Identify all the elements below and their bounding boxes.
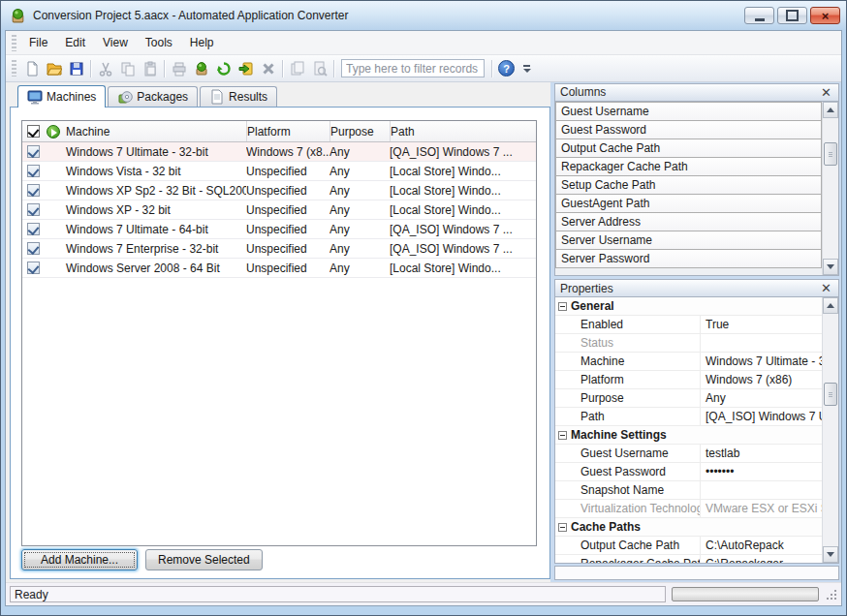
property-group-machine-settings[interactable]: Machine Settings — [555, 426, 822, 445]
property-value[interactable]: testlab — [701, 445, 822, 462]
remove-selected-button[interactable]: Remove Selected — [145, 549, 263, 570]
stop-button[interactable] — [257, 58, 279, 79]
row-checkbox[interactable] — [27, 145, 40, 158]
column-header-purpose[interactable]: Purpose — [329, 121, 390, 141]
titlebar[interactable]: Conversion Project 5.aacx - Automated Ap… — [1, 1, 846, 30]
close-button[interactable]: × — [810, 7, 840, 24]
preview-button[interactable] — [308, 58, 330, 79]
menu-edit[interactable]: Edit — [56, 32, 94, 53]
property-value[interactable]: True — [701, 316, 822, 333]
machines-table-header[interactable]: Machine Platform Purpose Path — [22, 121, 536, 142]
scroll-up-button[interactable] — [823, 102, 838, 118]
property-row[interactable]: Guest Password ••••••• — [555, 463, 822, 481]
property-row[interactable]: Snapshot Name — [555, 481, 822, 500]
list-item[interactable]: Setup Cache Path — [555, 175, 822, 195]
collapse-minus-icon[interactable] — [558, 523, 567, 532]
table-row[interactable]: Windows XP Sp2 - 32 Bit - SQL200 Unspeci… — [22, 181, 536, 200]
list-item[interactable]: Server Password — [555, 249, 822, 268]
scrollbar-thumb[interactable] — [824, 383, 837, 406]
row-checkbox[interactable] — [27, 223, 40, 235]
property-row[interactable]: Guest Username testlab — [555, 445, 822, 463]
table-row[interactable]: Windows Vista - 32 bit Unspecified Any [… — [22, 162, 536, 181]
list-item[interactable]: Server Address — [555, 212, 822, 231]
list-item[interactable]: Output Cache Path — [555, 139, 822, 158]
scroll-down-button[interactable] — [823, 259, 838, 275]
property-group-cache-paths[interactable]: Cache Paths — [555, 518, 822, 537]
table-row[interactable]: Windows XP - 32 bit Unspecified Any [Loc… — [22, 200, 536, 220]
property-row[interactable]: Path [QA_ISO] Windows 7 Ul — [555, 408, 822, 426]
resize-grip[interactable] — [825, 588, 837, 601]
toolbar-overflow-button[interactable] — [520, 58, 533, 79]
collapse-minus-icon[interactable] — [558, 302, 567, 311]
property-row[interactable]: Enabled True — [555, 316, 822, 334]
start-conversion-button[interactable] — [212, 58, 235, 79]
table-row[interactable]: Windows 7 Enterprise - 32-bit Unspecifie… — [22, 239, 536, 259]
tab-packages[interactable]: Packages — [108, 86, 198, 107]
property-row[interactable]: Repackager Cache Path C:\Repackager — [555, 555, 822, 563]
row-checkbox[interactable] — [27, 242, 40, 255]
scrollbar-thumb[interactable] — [824, 142, 837, 166]
property-row[interactable]: Purpose Any — [555, 389, 822, 408]
menu-grip[interactable] — [12, 35, 16, 51]
menu-tools[interactable]: Tools — [137, 32, 181, 53]
scroll-down-button[interactable] — [823, 546, 838, 563]
property-value[interactable]: C:\Repackager — [701, 555, 822, 563]
property-value[interactable] — [701, 481, 822, 499]
list-item[interactable]: Guest Password — [555, 120, 822, 139]
property-row[interactable]: Machine Windows 7 Ultimate - 3 — [555, 353, 822, 371]
maximize-button[interactable] — [777, 7, 807, 24]
columns-scrollbar[interactable] — [822, 102, 838, 276]
copy-button[interactable] — [116, 58, 139, 79]
column-header-path[interactable]: Path — [390, 121, 536, 141]
minimize-button[interactable] — [744, 7, 774, 24]
open-project-button[interactable] — [43, 58, 65, 79]
scroll-up-button[interactable] — [823, 297, 838, 314]
properties-panel-titlebar[interactable]: Properties ✕ — [554, 279, 839, 297]
table-row[interactable]: Windows Server 2008 - 64 Bit Unspecified… — [22, 259, 536, 278]
column-header-machine[interactable]: Machine — [62, 121, 246, 141]
paste-button[interactable] — [139, 58, 161, 79]
table-row[interactable]: Windows 7 Ultimate - 32-bit Windows 7 (x… — [22, 142, 536, 162]
property-value[interactable]: Any — [701, 389, 822, 407]
select-all-checkbox[interactable] — [27, 125, 40, 138]
save-project-button[interactable] — [65, 58, 87, 79]
property-value[interactable]: Windows 7 Ultimate - 3 — [701, 353, 822, 370]
column-header-platform[interactable]: Platform — [246, 121, 329, 141]
row-checkbox[interactable] — [27, 184, 40, 197]
collapse-minus-icon[interactable] — [558, 431, 567, 440]
property-group-general[interactable]: General — [555, 297, 822, 316]
menu-view[interactable]: View — [94, 32, 137, 53]
duplicate-button[interactable] — [286, 58, 308, 79]
columns-panel-titlebar[interactable]: Columns ✕ — [554, 83, 839, 102]
property-value[interactable]: ••••••• — [701, 463, 822, 480]
add-machine-button[interactable]: Add Machine... — [21, 549, 138, 570]
properties-scrollbar[interactable] — [822, 297, 838, 563]
row-checkbox[interactable] — [27, 165, 40, 177]
row-checkbox[interactable] — [27, 262, 40, 274]
print-button[interactable] — [168, 58, 190, 79]
table-row[interactable]: Windows 7 Ultimate - 64-bit Unspecified … — [22, 220, 536, 239]
menu-help[interactable]: Help — [181, 32, 223, 53]
tab-machines[interactable]: Machines — [17, 85, 106, 108]
property-row[interactable]: Output Cache Path C:\AutoRepack — [555, 537, 822, 555]
list-item[interactable]: GuestAgent Path — [555, 194, 822, 213]
list-item[interactable]: Repackager Cache Path — [555, 157, 822, 176]
export-button[interactable] — [235, 58, 257, 79]
menu-file[interactable]: File — [20, 32, 56, 53]
property-row[interactable]: Platform Windows 7 (x86) — [555, 371, 822, 389]
properties-panel-close-icon[interactable]: ✕ — [819, 282, 833, 294]
new-project-button[interactable] — [20, 58, 43, 79]
list-item[interactable]: Server Username — [555, 231, 822, 250]
property-value[interactable]: [QA_ISO] Windows 7 Ul — [701, 408, 822, 425]
property-value[interactable]: C:\AutoRepack — [701, 537, 822, 554]
list-item[interactable]: Guest Username — [555, 102, 822, 121]
property-value[interactable]: Windows 7 (x86) — [701, 371, 822, 388]
filter-records-input[interactable] — [341, 59, 485, 77]
cut-button[interactable] — [94, 58, 116, 79]
row-checkbox[interactable] — [27, 203, 40, 216]
add-machine-toolbar-button[interactable] — [190, 58, 212, 79]
toolbar-grip[interactable] — [12, 60, 16, 77]
help-button[interactable]: ? — [495, 58, 518, 79]
columns-panel-close-icon[interactable]: ✕ — [819, 86, 833, 99]
tab-results[interactable]: Results — [200, 86, 277, 107]
